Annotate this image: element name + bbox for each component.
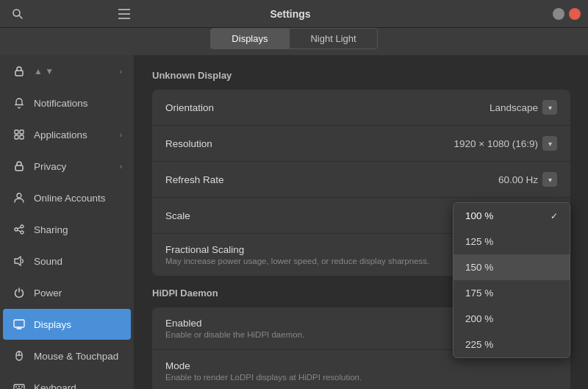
menu-button[interactable] (114, 4, 135, 24)
svg-point-12 (21, 225, 24, 228)
orientation-label: Orientation (165, 102, 490, 113)
minimize-button[interactable] (553, 8, 564, 20)
sidebar-item-label: Sound (34, 256, 122, 267)
scale-option-150[interactable]: 150 % (453, 254, 570, 280)
mouse-icon (12, 349, 26, 363)
app-title: Settings (28, 8, 553, 20)
resolution-control[interactable]: 1920 × 1080 (16:9) ▾ (454, 136, 557, 151)
refresh-rate-dropdown-arrow[interactable]: ▾ (542, 172, 557, 187)
sidebar-item-label: Applications (34, 129, 112, 140)
orientation-row: Orientation Landscape ▾ (152, 90, 570, 126)
sidebar-item-applications[interactable]: Applications › (3, 119, 131, 150)
sidebar-item-keyboard[interactable]: Keyboard (3, 372, 131, 389)
sidebar-item-label: Privacy (34, 161, 112, 172)
sidebar-item-mouse[interactable]: Mouse & Touchpad (3, 340, 131, 371)
svg-rect-10 (15, 165, 23, 171)
notifications-icon (12, 96, 26, 110)
sidebar-item-label: Displays (34, 319, 122, 330)
tab-displays[interactable]: Displays (210, 28, 289, 49)
orientation-dropdown-arrow[interactable]: ▾ (542, 100, 557, 115)
displays-icon (12, 317, 26, 332)
sidebar-item-notifications[interactable]: Notifications (3, 88, 131, 118)
scale-option-125[interactable]: 125 % (453, 229, 570, 254)
scale-option-225-label: 225 % (465, 339, 493, 350)
scale-option-100-label: 100 % (465, 210, 493, 221)
applications-icon (12, 127, 26, 142)
close-button[interactable] (569, 8, 581, 20)
scale-dropdown-popup: 100 % ✓ 125 % 150 % 175 % 200 % 225 % (453, 202, 570, 358)
privacy-icon (12, 159, 26, 174)
svg-point-14 (21, 231, 24, 234)
sidebar-item-privacy-top[interactable]: ▲ ▼ › (3, 56, 131, 87)
svg-line-15 (18, 227, 21, 229)
refresh-rate-control[interactable]: 60.00 Hz ▾ (498, 172, 557, 187)
sidebar-item-label: Notifications (34, 98, 122, 109)
sound-icon (12, 254, 26, 268)
chevron-icon: › (120, 68, 122, 76)
refresh-rate-row: Refresh Rate 60.00 Hz ▾ (152, 162, 570, 198)
scale-option-125-label: 125 % (465, 236, 493, 247)
orientation-value: Landscape (490, 102, 538, 113)
scale-option-225[interactable]: 225 % (453, 332, 570, 357)
mode-sublabel: Enable to render LoDPI displays at HiDPI… (165, 373, 557, 382)
sidebar-item-label: Power (34, 288, 122, 299)
unknown-display-title: Unknown Display (152, 70, 570, 81)
check-icon: ✓ (551, 211, 558, 221)
svg-rect-9 (20, 135, 24, 139)
sidebar-item-power[interactable]: Power (3, 277, 131, 308)
mode-title: Mode (165, 360, 557, 371)
svg-point-13 (15, 228, 18, 231)
resolution-value: 1920 × 1080 (16:9) (454, 138, 538, 149)
sidebar-item-privacy[interactable]: Privacy › (3, 151, 131, 182)
refresh-rate-label: Refresh Rate (165, 174, 498, 185)
scale-option-200-label: 200 % (465, 313, 493, 324)
svg-rect-18 (14, 320, 24, 327)
svg-line-1 (19, 15, 22, 18)
sidebar-item-label: Sharing (34, 224, 122, 235)
sidebar-item-sharing[interactable]: Sharing (3, 214, 131, 245)
scale-option-175[interactable]: 175 % (453, 280, 570, 306)
scale-option-150-label: 150 % (465, 262, 493, 273)
svg-rect-6 (15, 130, 18, 134)
scale-option-175-label: 175 % (465, 288, 493, 299)
mode-label: Mode Enable to render LoDPI displays at … (165, 360, 557, 382)
sidebar-item-online-accounts[interactable]: Online Accounts (3, 182, 131, 213)
refresh-rate-value: 60.00 Hz (498, 174, 538, 185)
svg-rect-5 (15, 71, 23, 76)
svg-rect-7 (20, 130, 24, 134)
window-controls (553, 8, 581, 20)
power-icon (12, 285, 26, 300)
content-area: Unknown Display Orientation Landscape ▾ … (135, 55, 588, 389)
resolution-dropdown-arrow[interactable]: ▾ (542, 136, 557, 151)
sidebar-item-label: Keyboard (34, 382, 122, 390)
svg-line-16 (18, 230, 21, 232)
scale-option-100[interactable]: 100 % ✓ (453, 203, 570, 229)
sidebar-item-label: ▲ ▼ (34, 66, 112, 76)
sidebar-item-label: Mouse & Touchpad (34, 351, 122, 362)
privacy-top-icon (12, 64, 26, 79)
chevron-icon: › (120, 131, 122, 139)
search-button[interactable] (7, 4, 28, 24)
keyboard-icon (12, 380, 26, 389)
svg-marker-17 (15, 257, 21, 265)
online-accounts-icon (12, 190, 26, 205)
svg-rect-8 (15, 135, 18, 139)
main-layout: ▲ ▼ › Notifications (0, 55, 588, 389)
sharing-icon (12, 222, 26, 237)
orientation-control[interactable]: Landscape ▾ (490, 100, 557, 115)
chevron-icon: › (120, 163, 122, 171)
sidebar-item-sound[interactable]: Sound (3, 246, 131, 276)
scale-option-200[interactable]: 200 % (453, 306, 570, 332)
sidebar-item-label: Online Accounts (34, 193, 122, 204)
sidebar: ▲ ▼ › Notifications (0, 55, 135, 389)
svg-point-11 (17, 193, 21, 198)
titlebar: Settings (0, 0, 588, 28)
tab-night-light[interactable]: Night Light (289, 28, 377, 49)
tab-bar: Displays Night Light (0, 28, 588, 55)
sidebar-item-displays[interactable]: Displays (3, 309, 131, 340)
resolution-row: Resolution 1920 × 1080 (16:9) ▾ (152, 126, 570, 162)
resolution-label: Resolution (165, 138, 454, 149)
